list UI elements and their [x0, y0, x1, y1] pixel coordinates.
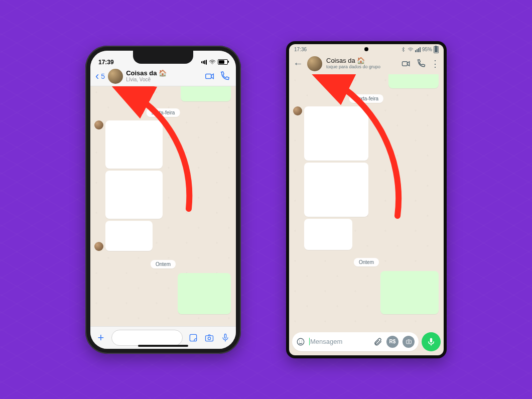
svg-rect-2	[206, 335, 213, 341]
message-outgoing[interactable]	[380, 271, 439, 314]
android-chat-header[interactable]: ← Coisas da 🏠 toque para dados do grupo …	[289, 55, 444, 74]
ios-chat-header[interactable]: ‹ 5 Coisas da 🏠 Lívia, Você	[90, 67, 236, 86]
svg-point-3	[208, 337, 210, 339]
iphone-notch	[133, 51, 193, 64]
svg-point-6	[297, 338, 304, 345]
background-pattern	[0, 0, 532, 399]
battery-icon	[434, 46, 439, 53]
message-outgoing[interactable]	[178, 273, 231, 314]
chat-title: Coisas da 🏠	[126, 70, 201, 77]
iphone-frame: 17:39 ‹ 5 Coisas da 🏠 Lívia, Você	[85, 46, 241, 354]
cellular-signal-icon	[201, 60, 207, 65]
ios-status-indicators	[201, 59, 228, 66]
svg-rect-4	[224, 334, 226, 338]
chat-title-block[interactable]: Coisas da 🏠 toque para dados do grupo	[326, 57, 396, 69]
cellular-signal-icon	[415, 47, 421, 52]
sticker-icon[interactable]	[188, 332, 199, 343]
voice-call-icon[interactable]	[219, 70, 231, 82]
android-screen: 17:36 95% ← Coisas da 🏠 toque para dados…	[289, 44, 444, 355]
video-call-icon[interactable]	[204, 70, 216, 82]
bluetooth-icon	[401, 47, 406, 52]
chat-title-block[interactable]: Coisas da 🏠 Lívia, Você	[126, 70, 201, 82]
ios-status-time: 17:39	[98, 59, 114, 66]
android-camera-punch	[364, 47, 368, 51]
message-incoming[interactable]	[304, 106, 368, 161]
message-input[interactable]	[111, 330, 183, 346]
android-input-bar: Mensagem R$	[289, 329, 444, 355]
message-incoming[interactable]	[304, 163, 368, 217]
payments-icon[interactable]: R$	[386, 336, 398, 348]
sender-avatar[interactable]	[94, 120, 103, 129]
camera-icon[interactable]	[403, 336, 415, 348]
svg-point-7	[299, 340, 300, 341]
svg-point-10	[408, 341, 409, 343]
back-arrow-icon[interactable]: ←	[293, 58, 303, 69]
group-avatar[interactable]	[108, 69, 123, 84]
svg-rect-1	[190, 334, 196, 341]
camera-icon[interactable]	[204, 332, 215, 343]
ios-chat-body[interactable]: sexta-feira Ontem	[90, 86, 236, 326]
add-attachment-icon[interactable]: +	[95, 332, 106, 343]
android-status-indicators: 95%	[401, 46, 439, 53]
svg-rect-0	[206, 74, 211, 78]
message-outgoing[interactable]	[388, 74, 439, 88]
chat-title: Coisas da 🏠	[326, 57, 396, 64]
message-incoming[interactable]	[304, 219, 352, 250]
iphone-screen: 17:39 ‹ 5 Coisas da 🏠 Lívia, Você	[90, 51, 236, 349]
chat-subtitle: Lívia, Você	[126, 77, 201, 82]
android-chat-body[interactable]: Sexta-feira Ontem	[289, 74, 444, 329]
voice-call-icon[interactable]	[416, 58, 427, 69]
message-input[interactable]: Mensagem R$	[292, 332, 419, 351]
wifi-icon	[408, 47, 414, 53]
message-incoming[interactable]	[105, 221, 153, 251]
sender-avatar[interactable]	[94, 242, 103, 251]
video-call-icon[interactable]	[401, 58, 412, 69]
back-chevron-icon[interactable]: ‹	[95, 71, 99, 82]
date-chip-friday: Sexta-feira	[349, 94, 383, 103]
android-status-time: 17:36	[294, 47, 307, 52]
mic-icon[interactable]	[220, 332, 231, 343]
chat-subtitle: toque para dados do grupo	[326, 65, 396, 70]
message-incoming[interactable]	[105, 120, 163, 169]
date-chip-yesterday: Ontem	[354, 258, 379, 267]
svg-rect-5	[403, 61, 408, 65]
battery-percent: 95%	[422, 47, 432, 52]
home-indicator[interactable]	[138, 345, 188, 347]
mic-button[interactable]	[422, 332, 441, 351]
date-chip-yesterday: Ontem	[151, 260, 176, 269]
svg-point-8	[302, 340, 303, 341]
message-incoming[interactable]	[105, 171, 163, 219]
android-frame: 17:36 95% ← Coisas da 🏠 toque para dados…	[286, 41, 447, 358]
more-options-icon[interactable]: ⋮	[431, 59, 440, 68]
sender-avatar[interactable]	[293, 106, 302, 115]
message-outgoing[interactable]	[181, 86, 231, 101]
attachment-icon[interactable]	[373, 337, 382, 346]
svg-rect-9	[406, 340, 411, 344]
battery-icon	[218, 59, 228, 65]
group-avatar[interactable]	[307, 56, 322, 71]
unread-count[interactable]: 5	[101, 72, 105, 80]
message-placeholder: Mensagem	[309, 338, 369, 345]
wifi-icon	[209, 59, 216, 66]
emoji-icon[interactable]	[296, 337, 305, 346]
date-chip-friday: sexta-feira	[147, 108, 180, 117]
